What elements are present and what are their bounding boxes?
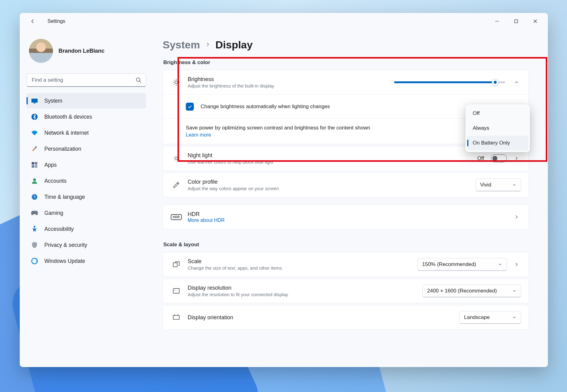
brightness-slider[interactable] (394, 81, 505, 83)
dropdown-option-off[interactable]: Off (467, 106, 528, 121)
maximize-button[interactable] (507, 14, 526, 28)
dropdown-label: Always (473, 125, 489, 131)
chevron-right-icon[interactable] (512, 212, 521, 222)
nav-privacy[interactable]: Privacy & security (27, 237, 146, 253)
nav-apps[interactable]: Apps (27, 157, 146, 173)
svg-line-24 (178, 84, 178, 84)
avatar (29, 39, 53, 63)
hdr-card[interactable]: HDR HDR More about HDR (163, 205, 529, 229)
orientation-title: Display orientation (188, 314, 453, 321)
profile-name: Brandon LeBlanc (59, 48, 104, 54)
svg-rect-11 (35, 162, 37, 165)
svg-line-26 (174, 84, 174, 84)
dropdown-option-battery[interactable]: On Battery Only (467, 136, 528, 150)
dropdown-label: On Battery Only (473, 140, 510, 146)
nav-label: Accessibility (44, 226, 74, 232)
nav-personalization[interactable]: Personalization (27, 141, 146, 157)
resolution-value: 2400 × 1600 (Recommended) (427, 288, 497, 294)
chevron-right-icon[interactable] (512, 260, 521, 269)
content-adaptive-dropdown[interactable]: Off Always On Battery Only (465, 104, 530, 152)
section-brightness-color: Brightness & color (163, 59, 529, 66)
orientation-value: Landscape (464, 314, 490, 321)
svg-rect-28 (173, 263, 177, 267)
auto-brightness-label: Change brightness automatically when lig… (201, 104, 330, 110)
nav-accounts[interactable]: Accounts (27, 173, 146, 189)
resolution-select[interactable]: 2400 × 1600 (Recommended) (422, 284, 521, 297)
orientation-card: Display orientation Landscape (163, 305, 529, 330)
hdr-badge: HDR (171, 214, 182, 220)
svg-rect-6 (31, 99, 38, 103)
hdr-icon: HDR (172, 214, 181, 220)
svg-rect-1 (515, 20, 518, 23)
shield-icon (31, 241, 38, 249)
night-light-title: Night light (188, 152, 471, 159)
svg-rect-30 (173, 316, 179, 320)
svg-rect-13 (35, 165, 37, 168)
gamepad-icon (31, 209, 38, 217)
minimize-button[interactable] (487, 14, 507, 28)
brightness-title: Brightness (188, 76, 387, 83)
section-scale-layout: Scale & layout (163, 242, 529, 248)
page-title: Display (215, 39, 253, 51)
night-light-icon (172, 154, 181, 162)
wifi-icon (31, 129, 38, 137)
chevron-right-icon[interactable] (512, 154, 521, 163)
breadcrumb-parent[interactable]: System (163, 39, 200, 51)
collapse-button[interactable] (512, 78, 521, 87)
learn-more-link[interactable]: Learn more (186, 132, 211, 138)
nav-label: Bluetooth & devices (44, 114, 92, 120)
orientation-icon (172, 313, 181, 321)
orientation-select[interactable]: Landscape (459, 311, 521, 324)
nav-gaming[interactable]: Gaming (27, 205, 146, 221)
nav-label: System (44, 98, 62, 104)
dropdown-option-always[interactable]: Always (467, 121, 528, 136)
color-profile-title: Color profile (188, 179, 469, 185)
nav-label: Time & language (44, 194, 85, 200)
scale-icon (172, 260, 181, 268)
settings-window: Settings Brandon LeBlanc System Bluetoot… (20, 13, 548, 367)
nav-label: Gaming (44, 210, 63, 216)
scale-card: Scale Change the size of text, apps, and… (163, 252, 529, 277)
resolution-sub: Adjust the resolution to fit your connec… (188, 292, 416, 297)
slider-thumb[interactable] (492, 79, 498, 85)
nav-label: Personalization (44, 146, 81, 152)
night-light-toggle[interactable] (491, 154, 507, 162)
nav-accessibility[interactable]: Accessibility (27, 221, 146, 237)
nav-time[interactable]: Time & language (27, 189, 146, 205)
scale-select[interactable]: 150% (Recommended) (418, 258, 507, 271)
search-input[interactable] (27, 73, 146, 87)
nav-update[interactable]: Windows Update (27, 253, 146, 269)
svg-rect-29 (173, 288, 179, 293)
svg-rect-12 (32, 165, 34, 168)
display-icon (31, 97, 38, 104)
svg-rect-10 (32, 162, 34, 165)
close-button[interactable] (526, 14, 545, 28)
auto-brightness-checkbox[interactable] (186, 103, 194, 111)
svg-point-18 (175, 81, 178, 84)
clock-globe-icon (31, 193, 38, 201)
color-profile-select[interactable]: Vivid (475, 178, 521, 191)
back-button[interactable] (27, 15, 39, 27)
apps-icon (31, 161, 38, 169)
accessibility-icon (31, 225, 38, 233)
scale-title: Scale (188, 258, 411, 265)
svg-line-25 (178, 80, 178, 80)
breadcrumb: System Display (163, 39, 529, 51)
content: System Display Brightness & color Bright… (152, 30, 548, 367)
resolution-icon (172, 287, 181, 295)
app-title: Settings (47, 18, 65, 24)
nav-bluetooth[interactable]: Bluetooth & devices (27, 109, 146, 125)
night-light-state: Off (477, 155, 484, 161)
color-profile-icon (172, 181, 181, 189)
nav-network[interactable]: Network & internet (27, 125, 146, 141)
color-profile-card: Color profile Adjust the way colors appe… (163, 173, 529, 197)
nav-label: Accounts (44, 178, 67, 184)
resolution-title: Display resolution (188, 285, 416, 291)
profile[interactable]: Brandon LeBlanc (27, 33, 146, 71)
hdr-link[interactable]: More about HDR (188, 218, 505, 223)
nav-label: Privacy & security (44, 242, 87, 248)
color-profile-value: Vivid (480, 182, 492, 188)
nav-system[interactable]: System (27, 93, 146, 108)
svg-point-14 (33, 178, 36, 181)
update-icon (31, 257, 38, 265)
